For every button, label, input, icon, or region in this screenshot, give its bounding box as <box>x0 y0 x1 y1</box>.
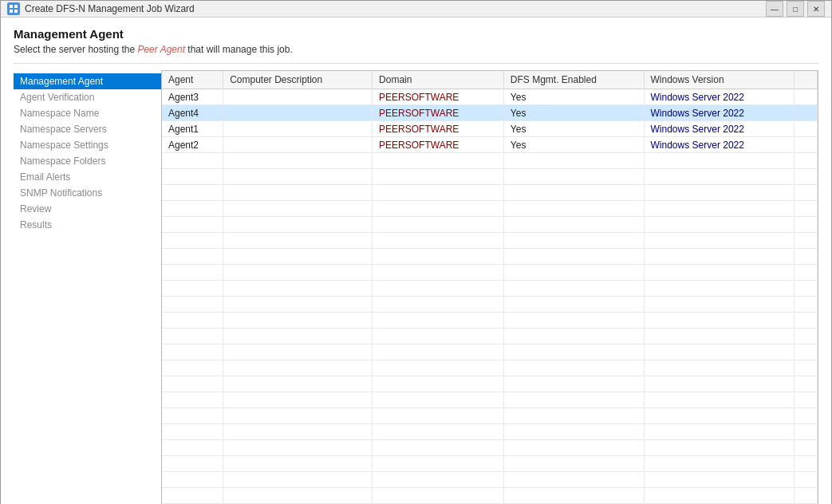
cell-empty <box>373 424 504 440</box>
cell-empty <box>503 329 644 345</box>
sidebar-item-namespace-servers: Namespace Servers <box>14 121 161 137</box>
svg-rect-3 <box>14 10 18 13</box>
close-button[interactable]: ✕ <box>807 1 825 17</box>
table-row-empty <box>162 313 818 329</box>
cell-description <box>223 137 373 153</box>
table-row-empty <box>162 201 818 217</box>
cell-dfs-enabled: Yes <box>503 137 644 153</box>
table-row-empty <box>162 360 818 376</box>
cell-empty <box>795 488 818 504</box>
cell-empty <box>223 297 373 313</box>
cell-extra <box>795 105 818 121</box>
table-row-empty <box>162 233 818 249</box>
cell-empty <box>223 217 373 233</box>
cell-empty <box>503 488 644 504</box>
cell-empty <box>373 488 504 504</box>
cell-empty <box>795 329 818 345</box>
table-row[interactable]: Agent3PEERSOFTWAREYesWindows Server 2022 <box>162 89 818 105</box>
cell-empty <box>503 249 644 265</box>
table-row-empty <box>162 392 818 408</box>
cell-empty <box>503 297 644 313</box>
cell-domain: PEERSOFTWARE <box>373 89 504 105</box>
cell-empty <box>644 249 795 265</box>
sidebar: Management Agent Agent Verification Name… <box>14 70 161 504</box>
cell-empty <box>795 392 818 408</box>
cell-empty <box>162 472 223 488</box>
cell-empty <box>223 472 373 488</box>
cell-domain: PEERSOFTWARE <box>373 137 504 153</box>
minimize-button[interactable]: — <box>766 1 783 17</box>
agent-table: Agent Computer Description Domain DFS Mg… <box>162 71 818 504</box>
cell-empty <box>373 185 504 201</box>
col-extra <box>795 71 818 89</box>
cell-empty <box>373 217 504 233</box>
cell-empty <box>644 265 795 281</box>
cell-empty <box>795 217 818 233</box>
cell-empty <box>373 408 504 424</box>
cell-agent: Agent2 <box>162 137 223 153</box>
table-row-empty <box>162 185 818 201</box>
cell-empty <box>503 153 644 169</box>
subtitle-end: that will manage this job. <box>185 44 293 55</box>
cell-empty <box>644 440 795 456</box>
cell-empty <box>373 281 504 297</box>
cell-empty <box>162 185 223 201</box>
cell-description <box>223 121 373 137</box>
cell-empty <box>373 376 504 392</box>
cell-empty <box>795 169 818 185</box>
cell-dfs-enabled: Yes <box>503 121 644 137</box>
sidebar-item-management-agent[interactable]: Management Agent <box>14 73 161 89</box>
sidebar-item-review: Review <box>14 201 161 217</box>
cell-empty <box>503 408 644 424</box>
cell-empty <box>644 488 795 504</box>
cell-description <box>223 89 373 105</box>
maximize-button[interactable]: □ <box>787 1 804 17</box>
cell-empty <box>503 185 644 201</box>
cell-empty <box>644 153 795 169</box>
cell-windows-version: Windows Server 2022 <box>644 89 795 105</box>
cell-empty <box>644 408 795 424</box>
cell-empty <box>795 360 818 376</box>
cell-empty <box>373 472 504 488</box>
cell-empty <box>162 360 223 376</box>
table-row[interactable]: Agent1PEERSOFTWAREYesWindows Server 2022 <box>162 121 818 137</box>
cell-empty <box>223 329 373 345</box>
cell-empty <box>795 424 818 440</box>
cell-empty <box>223 424 373 440</box>
cell-empty <box>795 313 818 329</box>
cell-extra <box>795 137 818 153</box>
cell-empty <box>373 169 504 185</box>
cell-empty <box>373 201 504 217</box>
cell-empty <box>223 392 373 408</box>
table-row-empty <box>162 281 818 297</box>
cell-empty <box>162 456 223 472</box>
sidebar-item-namespace-folders: Namespace Folders <box>14 153 161 169</box>
subtitle-highlight: Peer Agent <box>137 44 185 55</box>
cell-empty <box>795 185 818 201</box>
cell-empty <box>644 456 795 472</box>
cell-empty <box>795 249 818 265</box>
cell-empty <box>503 360 644 376</box>
table-row-empty <box>162 488 818 504</box>
cell-empty <box>503 376 644 392</box>
cell-empty <box>503 345 644 360</box>
cell-empty <box>795 153 818 169</box>
cell-domain: PEERSOFTWARE <box>373 121 504 137</box>
table-row[interactable]: Agent2PEERSOFTWAREYesWindows Server 2022 <box>162 137 818 153</box>
cell-empty <box>795 456 818 472</box>
cell-empty <box>223 313 373 329</box>
col-domain: Domain <box>373 71 504 89</box>
cell-empty <box>373 297 504 313</box>
cell-agent: Agent1 <box>162 121 223 137</box>
cell-empty <box>373 329 504 345</box>
col-computer-description: Computer Description <box>223 71 373 89</box>
cell-empty <box>223 249 373 265</box>
cell-empty <box>162 376 223 392</box>
table-row-empty <box>162 408 818 424</box>
cell-empty <box>223 408 373 424</box>
window-title: Create DFS-N Management Job Wizard <box>25 3 195 14</box>
cell-agent: Agent3 <box>162 89 223 105</box>
cell-empty <box>795 265 818 281</box>
table-row[interactable]: Agent4PEERSOFTWAREYesWindows Server 2022 <box>162 105 818 121</box>
main-content: Management Agent Agent Verification Name… <box>14 63 818 504</box>
